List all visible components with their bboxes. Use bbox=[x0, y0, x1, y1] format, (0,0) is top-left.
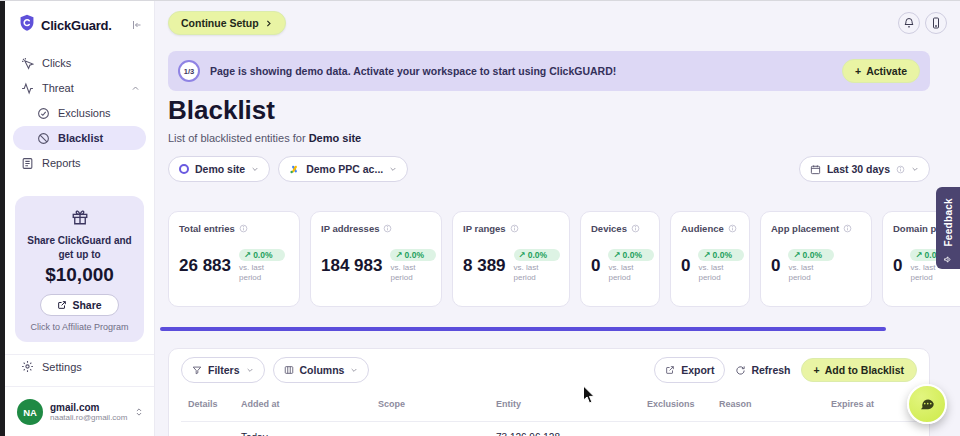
stat-value: 0 bbox=[591, 256, 600, 276]
subtitle-text: List of blacklisted entities for bbox=[168, 132, 306, 144]
sidebar-item-settings[interactable]: Settings bbox=[13, 360, 146, 373]
column-header-scope[interactable]: Scope bbox=[378, 399, 496, 409]
sidebar-collapse-icon[interactable] bbox=[130, 19, 142, 31]
stat-label: IP addresses bbox=[321, 223, 379, 234]
table-toolbar: Filters Columns Export Refresh bbox=[181, 357, 917, 383]
trend-up-icon: ↗ bbox=[613, 250, 620, 260]
chevron-up-icon bbox=[131, 84, 140, 93]
blacklist-table-card: Filters Columns Export Refresh bbox=[168, 348, 930, 436]
promo-text: Share ClickGuard and get up to bbox=[23, 234, 136, 261]
refresh-button[interactable]: Refresh bbox=[735, 364, 790, 376]
refresh-label: Refresh bbox=[751, 364, 790, 376]
filters-button[interactable]: Filters bbox=[181, 357, 265, 383]
stat-caption: vs. last period bbox=[608, 263, 654, 282]
ppc-account-selector[interactable]: Demo PPC ac... bbox=[278, 156, 408, 182]
trend-badge: ↗0.0% bbox=[390, 249, 436, 261]
export-button[interactable]: Export bbox=[654, 357, 725, 383]
activate-button[interactable]: + Activate bbox=[842, 59, 920, 83]
site-selector-value: Demo site bbox=[195, 163, 245, 175]
delta-value: 0.0% bbox=[713, 250, 732, 260]
filter-row: Demo site Demo PPC ac... Last 30 days bbox=[168, 156, 930, 182]
share-button[interactable]: Share bbox=[40, 294, 118, 316]
share-label: Share bbox=[72, 299, 101, 311]
promo-amount: $10,000 bbox=[23, 264, 136, 286]
sidebar-item-exclusions[interactable]: Exclusions bbox=[13, 101, 146, 125]
export-label: Export bbox=[681, 364, 714, 376]
info-icon bbox=[239, 224, 248, 233]
stat-value: 8 389 bbox=[463, 256, 506, 276]
user-account[interactable]: NA gmail.com naatali.ro@gmail.com bbox=[5, 391, 154, 436]
page-subtitle: List of blacklisted entities for Demo si… bbox=[168, 132, 361, 144]
page-title: Blacklist bbox=[168, 95, 275, 126]
trend-up-icon: ↗ bbox=[244, 250, 251, 260]
column-header-added-at[interactable]: Added at bbox=[241, 399, 378, 409]
info-icon bbox=[383, 224, 392, 233]
table-header-row: Details Added at Scope Entity Exclusions… bbox=[181, 399, 917, 409]
subtitle-site-name: Demo site bbox=[309, 132, 362, 144]
info-icon bbox=[896, 165, 905, 174]
trend-badge: ↗0.0% bbox=[514, 249, 560, 261]
notifications-button[interactable] bbox=[898, 12, 920, 34]
sidebar-item-blacklist[interactable]: Blacklist bbox=[13, 126, 146, 150]
clickguard-app: ClickGuard. Clicks Threat bbox=[0, 0, 960, 436]
sidebar-item-clicks[interactable]: Clicks bbox=[13, 51, 146, 75]
trend-up-icon: ↗ bbox=[915, 250, 922, 260]
delta-value: 0.0% bbox=[528, 250, 547, 260]
trend-up-icon: ↗ bbox=[395, 250, 402, 260]
column-header-reason[interactable]: Reason bbox=[719, 399, 831, 409]
user-meta: gmail.com naatali.ro@gmail.com bbox=[50, 402, 127, 422]
date-range-selector[interactable]: Last 30 days bbox=[799, 156, 930, 182]
cell-added-at: Today bbox=[241, 432, 378, 436]
user-name: gmail.com bbox=[50, 402, 127, 413]
clickguard-logo-icon bbox=[19, 14, 35, 36]
mobile-app-button[interactable] bbox=[925, 12, 947, 34]
column-header-details[interactable]: Details bbox=[188, 399, 241, 409]
stat-card-audience: Audience 0 ↗0.0%vs. last period bbox=[670, 211, 750, 307]
trend-up-icon: ↗ bbox=[519, 250, 526, 260]
cell-reason bbox=[719, 432, 831, 436]
demo-data-banner: 1/3 Page is showing demo data. Activate … bbox=[168, 51, 930, 91]
external-link-icon bbox=[57, 300, 67, 310]
divider bbox=[5, 354, 154, 355]
device-icon bbox=[930, 17, 942, 29]
cell-scope bbox=[378, 432, 496, 436]
stat-value: 0 bbox=[771, 256, 780, 276]
feedback-tab[interactable]: Feedback bbox=[936, 187, 960, 269]
chevron-right-icon bbox=[264, 19, 273, 28]
column-header-entity[interactable]: Entity bbox=[496, 399, 647, 409]
user-email: naatali.ro@gmail.com bbox=[50, 413, 127, 422]
affiliate-link[interactable]: Click to Affiliate Program bbox=[23, 322, 136, 332]
delta-value: 0.0% bbox=[623, 250, 642, 260]
sidebar-item-reports[interactable]: Reports bbox=[13, 151, 146, 175]
stat-label: App placement bbox=[771, 223, 839, 234]
continue-setup-label: Continue Setup bbox=[181, 17, 259, 29]
check-circle-icon bbox=[37, 107, 50, 120]
nav-label: Clicks bbox=[42, 57, 71, 69]
horizontal-scrollbar[interactable] bbox=[160, 327, 886, 331]
info-icon bbox=[631, 224, 640, 233]
columns-button[interactable]: Columns bbox=[273, 357, 370, 383]
sidebar-item-threat[interactable]: Threat bbox=[13, 76, 146, 100]
add-to-blacklist-button[interactable]: + Add to Blacklist bbox=[801, 358, 918, 382]
feedback-megaphone-icon bbox=[944, 255, 953, 264]
plus-icon: + bbox=[814, 364, 820, 376]
chat-widget-button[interactable] bbox=[907, 384, 947, 424]
stat-value: 26 883 bbox=[179, 256, 231, 276]
block-icon bbox=[37, 132, 50, 145]
continue-setup-button[interactable]: Continue Setup bbox=[168, 11, 286, 35]
table-row[interactable]: Today 73.126.96.128 bbox=[181, 421, 917, 436]
trend-up-icon: ↗ bbox=[703, 250, 710, 260]
chevron-down-icon bbox=[246, 366, 254, 374]
column-header-expires-at[interactable]: Expires at bbox=[831, 399, 917, 409]
chevron-down-icon bbox=[911, 165, 919, 173]
info-icon bbox=[728, 224, 737, 233]
trend-badge: ↗0.0% bbox=[608, 249, 654, 261]
nav-label: Threat bbox=[42, 82, 74, 94]
site-selector[interactable]: Demo site bbox=[168, 156, 270, 182]
cell-expires-at bbox=[831, 432, 917, 436]
nav-label: Reports bbox=[42, 157, 81, 169]
stat-card-app-placement: App placement 0 ↗0.0%vs. last period bbox=[760, 211, 872, 307]
cell-details bbox=[188, 432, 241, 436]
clicks-icon bbox=[21, 57, 34, 70]
column-header-exclusions[interactable]: Exclusions bbox=[647, 399, 719, 409]
